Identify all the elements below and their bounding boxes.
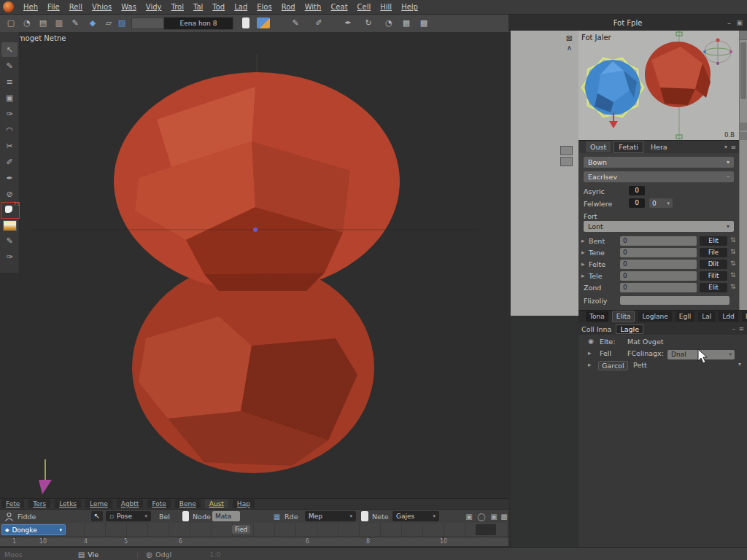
menu-item-10[interactable]: Elos — [257, 3, 271, 11]
object-label[interactable]: Odgl — [155, 551, 171, 559]
field2-input[interactable]: 0 — [629, 198, 645, 208]
row-name[interactable]: Garcol — [598, 361, 628, 370]
expand-arrow-icon[interactable]: ▸ — [581, 237, 585, 244]
tool-ink-icon[interactable]: ✒ — [1, 171, 18, 185]
tool-pen-icon[interactable]: ✑ — [1, 106, 18, 121]
menu-item-9[interactable]: Lad — [234, 3, 247, 11]
doc-white-icon[interactable] — [242, 18, 249, 28]
pose-dropdown[interactable]: ▫ Pose ▾ — [106, 511, 151, 521]
expand-arrow-icon[interactable]: ▸ — [588, 349, 592, 357]
expand-arrow-icon[interactable]: ▸ — [581, 272, 585, 279]
scroll-button-a[interactable] — [740, 122, 747, 131]
properties-tab-1[interactable]: Fetati — [614, 141, 643, 153]
timeline-tab-2[interactable]: Letks — [55, 499, 81, 508]
outliner-row[interactable]: ▸ Garcol Pett ▾ — [578, 361, 747, 372]
panel-scrollbar[interactable] — [739, 31, 747, 310]
new-icon[interactable]: ▢ — [4, 17, 18, 29]
node-input[interactable]: Mata — [212, 511, 240, 521]
pen-icon[interactable]: ✒ — [341, 17, 355, 29]
scroll-up-button[interactable] — [740, 31, 747, 40]
properties-tab-2[interactable]: Hera — [646, 141, 672, 152]
timeline-tab-4[interactable]: Agbtt — [117, 499, 144, 508]
menu-item-1[interactable]: File — [47, 3, 60, 11]
row-value-field[interactable]: 0 — [620, 283, 697, 292]
slider-field[interactable] — [620, 296, 729, 305]
view-icon[interactable]: ▤ — [78, 551, 85, 559]
timeline-tab-8[interactable]: Hap — [233, 499, 255, 508]
menu-icon[interactable]: ≡ — [730, 144, 736, 151]
row-value-field[interactable]: 0 — [620, 236, 697, 246]
chevron-down-icon[interactable]: ▾ — [738, 361, 741, 368]
tool-stack-icon[interactable]: ≡ — [1, 74, 18, 89]
outliner-tab-1[interactable]: Lagle — [616, 324, 643, 334]
minimize-icon[interactable]: – — [727, 19, 731, 27]
timeline-tab-0[interactable]: Fete — [1, 499, 24, 508]
image-icon[interactable]: ▨ — [115, 17, 128, 29]
scroll-thumb[interactable] — [740, 42, 746, 99]
tool-paint-highlight[interactable]: 75 — [1, 202, 20, 219]
panel-expand-icon[interactable]: ⊠ — [566, 34, 573, 43]
outliner-tab-0[interactable]: Coll Inna — [581, 325, 611, 333]
grid-dark-icon[interactable]: ▩ — [417, 17, 430, 29]
timeline-tab-5[interactable]: Fote — [147, 499, 170, 508]
menu-item-13[interactable]: Ceat — [330, 3, 347, 11]
menu-item-5[interactable]: Vidy — [146, 3, 162, 11]
editor-tab-4[interactable]: Lal — [698, 311, 715, 322]
editor-tab-0[interactable]: Tona — [586, 311, 608, 322]
keyframe-icon-2[interactable]: ◯ — [476, 511, 487, 521]
grid-icon[interactable]: ▦ — [400, 17, 413, 29]
keyframe-icon-3[interactable]: ▣ — [489, 511, 499, 521]
menu-item-12[interactable]: With — [305, 3, 322, 11]
properties-tab-0[interactable]: Oust — [586, 141, 611, 152]
editor-tab-6[interactable]: B — [742, 311, 747, 322]
key-icon[interactable] — [361, 511, 368, 521]
font-dropdown[interactable]: Lont ▾ — [584, 221, 734, 232]
row-value-field[interactable]: 0 — [620, 271, 697, 281]
outliner-row[interactable]: ◉ Elte: Mat Ovget — [578, 338, 747, 349]
gutter-button-1[interactable] — [560, 146, 573, 155]
scroll-button-b[interactable] — [740, 132, 747, 140]
toolbar-text-field[interactable]: Eena hon 8 — [163, 17, 233, 30]
preview-viewport[interactable]: Fot Jaler 0.B — [578, 31, 739, 140]
menu-item-7[interactable]: Tal — [193, 3, 203, 11]
brush-icon[interactable]: ✎ — [69, 17, 82, 29]
gutter-button-2[interactable] — [560, 157, 573, 166]
row-option[interactable]: Filit — [700, 271, 727, 281]
timeline-track[interactable]: ◆ Dongke ▾ Fied — [0, 523, 508, 537]
restore-icon[interactable]: ▣ — [736, 19, 743, 26]
menu-item-3[interactable]: Vhios — [92, 3, 112, 11]
expand-arrow-icon[interactable]: ▸ — [588, 361, 592, 368]
row-value-field[interactable]: 0 — [620, 248, 697, 257]
eyedropper-icon[interactable]: ✐ — [312, 17, 325, 29]
expand-arrow-icon[interactable]: ▸ — [581, 260, 585, 268]
field2-spinner[interactable]: 0 ▾ — [649, 198, 673, 208]
main-3d-viewport[interactable]: ⊖ Emoget Netne ↖ ✎ ≡ ▣ ✑ ◠ ✂ ✐ ✒ ⊘ 75 ✎ … — [0, 32, 508, 498]
editor-tab-1[interactable]: Elita — [612, 311, 635, 322]
spinner-icon[interactable]: ⇅ — [730, 283, 736, 290]
minus-icon[interactable]: – — [732, 325, 736, 332]
spinner-icon[interactable]: ⇅ — [730, 248, 736, 255]
properties-dropdown-1[interactable]: Bown ▾ — [584, 157, 734, 168]
row-option[interactable]: Elit — [700, 283, 727, 292]
frame-marker[interactable]: Fied — [232, 525, 250, 534]
grid-icon[interactable]: ▦ — [271, 511, 282, 521]
open-icon[interactable]: ◔ — [20, 17, 34, 29]
tool-arc-icon[interactable]: ◠ — [1, 122, 18, 137]
menu-item-16[interactable]: Help — [401, 3, 418, 11]
chevron-down-icon[interactable]: ▾ — [724, 144, 727, 150]
menu-item-2[interactable]: Rell — [69, 3, 82, 11]
outliner-row[interactable]: ▸ Fell FCelinagx: Dnal ▾ — [578, 349, 747, 360]
menu-item-0[interactable]: Heh — [23, 3, 38, 11]
row-option[interactable]: Elit — [700, 236, 727, 246]
save-icon[interactable]: ▤ — [36, 17, 50, 29]
cursor-tool-button[interactable]: ↖ — [91, 511, 103, 521]
menu-item-8[interactable]: Tod — [212, 3, 225, 11]
menu-item-4[interactable]: Was — [121, 3, 136, 11]
timeline-tab-6[interactable]: Bene — [175, 499, 201, 508]
texture-icon[interactable] — [257, 18, 270, 28]
tool-cut-icon[interactable]: ✂ — [1, 139, 18, 153]
editor-tab-2[interactable]: Loglane — [638, 311, 671, 322]
tool-quill-icon[interactable]: ✐ — [1, 155, 18, 169]
mep-dropdown[interactable]: Mep ▾ — [305, 511, 356, 521]
expand-arrow-icon[interactable]: ▸ — [581, 249, 585, 256]
